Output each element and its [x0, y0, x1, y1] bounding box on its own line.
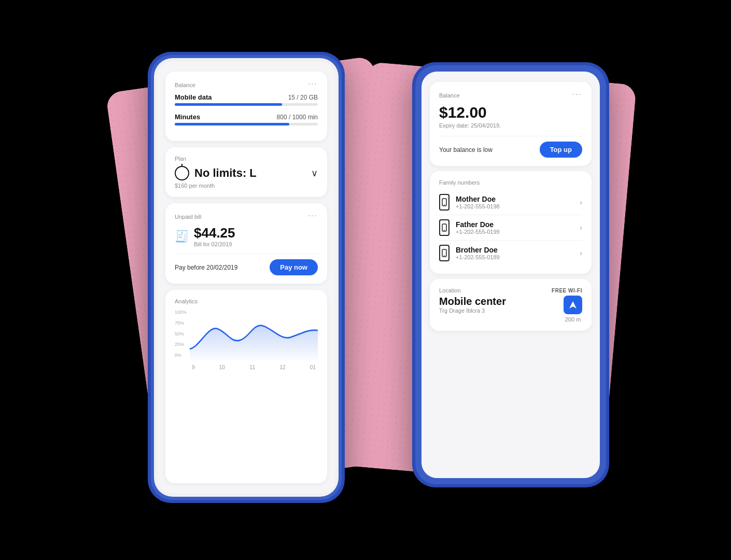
balance-label-right: Balance	[439, 92, 460, 99]
family-item-1[interactable]: Father Doe +1-202-555-0199 ›	[439, 215, 582, 241]
top-up-button[interactable]: Top up	[540, 142, 582, 158]
plan-icon	[175, 166, 189, 180]
bill-amount: $44.25	[194, 225, 235, 241]
phone-icon-father	[439, 219, 449, 236]
pay-now-button[interactable]: Pay now	[270, 259, 318, 275]
chevron-right-icon-2: ›	[580, 249, 582, 257]
family-info-0: Mother Doe +1-202-555-0198	[456, 195, 573, 209]
svg-rect-1	[444, 205, 445, 205]
bill-footer: Pay before 20/02/2019 Pay now	[175, 254, 318, 275]
family-name-0: Mother Doe	[456, 195, 573, 203]
phone-icon-brother	[439, 245, 449, 261]
family-item-0[interactable]: Mother Doe +1-202-555-0198 ›	[439, 190, 582, 215]
family-name-1: Father Doe	[456, 220, 573, 229]
balance-label-left: Balance	[175, 82, 195, 88]
balance-footer: Your balance is low Top up	[439, 136, 582, 158]
analytics-x-labels: 9 10 11 12 01	[190, 365, 318, 370]
bill-receipt-icon: 🧾	[175, 230, 189, 243]
svg-marker-6	[569, 301, 577, 309]
bill-more[interactable]: ···	[308, 212, 318, 220]
family-name-2: Brother Doe	[456, 246, 573, 254]
phone-right-screen: Balance ··· $12.00 Expiry date: 25/04/20…	[421, 72, 600, 478]
analytics-chart: 9 10 11 12 01	[190, 309, 318, 370]
plan-title: No limits: L	[194, 166, 306, 180]
bill-label: Unpaid bill	[175, 214, 201, 220]
balance-card-left: Balance ··· Mobile data 15 / 20 GB Minut…	[165, 72, 327, 141]
wifi-label: FREE WI-FI	[552, 288, 582, 293]
bill-card: Unpaid bill ··· 🧾 $44.25 Bill for 02/201…	[165, 203, 327, 284]
family-number-1: +1-202-555-0199	[456, 229, 573, 235]
plan-label: Plan	[175, 156, 318, 162]
mobile-data-value: 15 / 20 GB	[288, 94, 318, 101]
phone-icon-mother	[439, 194, 449, 211]
balance-expiry: Expiry date: 25/04/2019.	[439, 122, 582, 129]
phone-left-screen: Balance ··· Mobile data 15 / 20 GB Minut…	[157, 61, 335, 494]
chevron-right-icon-1: ›	[580, 223, 582, 232]
balance-card-right: Balance ··· $12.00 Expiry date: 25/04/20…	[430, 82, 592, 166]
svg-rect-3	[444, 230, 445, 231]
family-card: Family numbers Mother Doe +1-202-555-019…	[430, 171, 592, 274]
balance-low-text: Your balance is low	[439, 146, 493, 153]
plan-top: No limits: L ∨	[175, 166, 318, 180]
minutes-progress	[175, 123, 289, 125]
main-scene: Balance ··· Mobile data 15 / 20 GB Minut…	[80, 31, 651, 529]
balance-amount: $12.00	[439, 104, 582, 121]
mobile-data-label: Mobile data	[175, 93, 212, 101]
location-right: 200 m	[564, 296, 582, 323]
bill-due-date: Pay before 20/02/2019	[175, 264, 237, 271]
svg-rect-5	[444, 256, 445, 256]
chevron-right-icon-0: ›	[580, 198, 582, 206]
location-title: Mobile center	[439, 296, 506, 307]
location-sub: Trg Drage Iblcra 3	[439, 307, 506, 314]
family-number-2: +1-202-555-0189	[456, 254, 573, 260]
analytics-label: Analytics	[175, 298, 318, 304]
minutes-label: Minutes	[175, 113, 200, 121]
balance-more-left[interactable]: ···	[308, 80, 318, 88]
mobile-data-progress	[175, 103, 282, 106]
location-card: Location FREE WI-FI Mobile center Trg Dr…	[430, 279, 592, 331]
navigation-icon[interactable]	[564, 296, 582, 314]
family-label: Family numbers	[439, 179, 582, 186]
family-item-2[interactable]: Brother Doe +1-202-555-0189 ›	[439, 241, 582, 265]
bill-sub: Bill for 02/2019	[194, 241, 235, 247]
analytics-svg	[190, 309, 318, 360]
analytics-y-labels: 100% 75% 50% 25% 0%	[175, 309, 187, 358]
location-label: Location	[439, 287, 461, 293]
balance-more-right[interactable]: ···	[572, 90, 582, 99]
distance-text: 200 m	[565, 316, 581, 323]
analytics-card: Analytics 100% 75% 50% 25% 0%	[165, 290, 327, 483]
plan-chevron-icon[interactable]: ∨	[311, 167, 318, 179]
family-number-0: +1-202-555-0198	[456, 203, 573, 209]
minutes-value: 800 / 1000 min	[277, 114, 318, 121]
plan-price: $160 per month	[175, 183, 318, 189]
family-info-1: Father Doe +1-202-555-0199	[456, 220, 573, 235]
phone-right: Balance ··· $12.00 Expiry date: 25/04/20…	[412, 62, 609, 487]
phone-left: Balance ··· Mobile data 15 / 20 GB Minut…	[148, 52, 345, 503]
family-info-2: Brother Doe +1-202-555-0189	[456, 246, 573, 260]
plan-card: Plan No limits: L ∨ $160 per month	[165, 147, 327, 197]
